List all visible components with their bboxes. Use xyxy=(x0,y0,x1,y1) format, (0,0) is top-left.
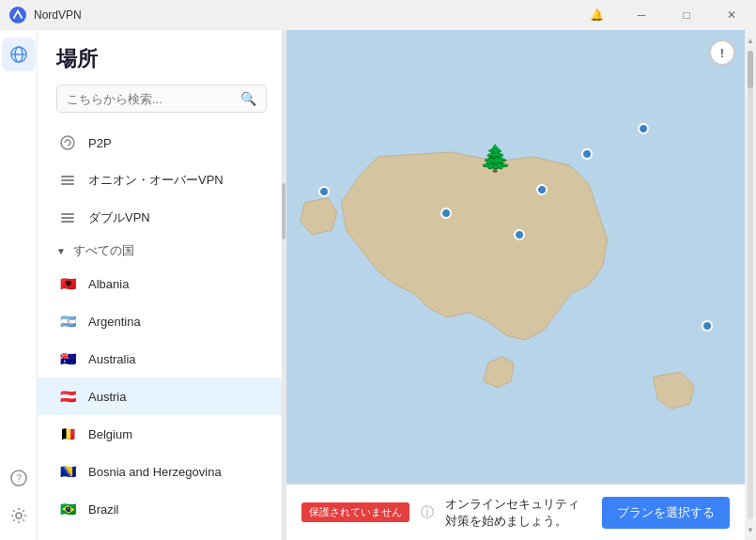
list-item-onion[interactable]: オニオン・オーバーVPN xyxy=(38,162,285,199)
list-item-bosnia[interactable]: 🇧🇦 Bosnia and Herzegovina xyxy=(38,453,285,490)
map-pin-4[interactable] xyxy=(440,208,452,219)
scroll-track-vertical xyxy=(748,51,753,519)
status-badge: 保護されていません xyxy=(301,502,409,522)
maximize-button[interactable]: □ xyxy=(671,0,702,30)
map-pin-7[interactable] xyxy=(702,320,713,332)
map-pin-2[interactable] xyxy=(638,123,649,134)
bosnia-flag: 🇧🇦 xyxy=(56,460,79,483)
austria-label: Austria xyxy=(88,390,126,404)
bosnia-label: Bosnia and Herzegovina xyxy=(88,465,222,479)
minimize-button[interactable]: ─ xyxy=(626,0,656,30)
svg-rect-9 xyxy=(61,179,74,181)
svg-rect-8 xyxy=(61,176,74,177)
scroll-down-button[interactable]: ▼ xyxy=(745,523,756,536)
albania-label: Albania xyxy=(88,277,129,291)
close-button[interactable]: ✕ xyxy=(717,0,747,30)
list-item-p2p[interactable]: P2P xyxy=(38,124,285,162)
map-pin-6[interactable] xyxy=(514,229,525,240)
nav-sidebar: ? xyxy=(0,30,38,540)
list-item-doublevpn[interactable]: ダブルVPN xyxy=(38,199,285,237)
section-header-label: すべての国 xyxy=(73,242,134,259)
search-input[interactable] xyxy=(67,92,240,106)
scroll-thumb-vertical[interactable] xyxy=(748,51,753,88)
onion-label: オニオン・オーバーVPN xyxy=(88,172,224,189)
info-icon[interactable]: ⓘ xyxy=(421,504,434,521)
title-bar: NordVPN 🔔 ─ □ ✕ xyxy=(0,0,756,30)
svg-rect-10 xyxy=(61,183,74,185)
scroll-track xyxy=(282,30,285,540)
nordvpn-logo xyxy=(9,7,26,23)
nav-globe-icon[interactable] xyxy=(2,38,36,71)
map-area[interactable]: 🌲 ! 保護されていません ⓘ オンラインセキュリティ対策を始めましょう。 プラ… xyxy=(286,30,745,540)
belgium-flag: 🇧🇪 xyxy=(56,423,79,445)
bottom-message: オンラインセキュリティ対策を始めましょう。 xyxy=(445,496,591,530)
panel-title: 場所 xyxy=(56,45,267,73)
scroll-up-button[interactable]: ▲ xyxy=(745,34,756,47)
svg-rect-12 xyxy=(61,217,74,219)
doublevpn-icon xyxy=(56,207,79,229)
belgium-label: Belgium xyxy=(88,427,132,441)
list-item-albania[interactable]: 🇦🇱 Albania xyxy=(38,265,285,302)
main-content: ? 場所 🔍 xyxy=(0,30,756,540)
right-scrollbar: ▲ ▼ xyxy=(745,30,756,540)
p2p-label: P2P xyxy=(88,136,112,150)
doublevpn-label: ダブルVPN xyxy=(88,209,150,226)
notification-bell[interactable]: 🔔 xyxy=(581,0,611,30)
map-tree-icon: 🌲 xyxy=(479,143,512,174)
list-item-australia[interactable]: 🇦🇺 Australia xyxy=(38,340,285,378)
nav-help-icon[interactable]: ? xyxy=(2,461,36,495)
list-item-brazil[interactable]: 🇧🇷 Brazil xyxy=(38,490,285,528)
search-icon: 🔍 xyxy=(240,91,256,106)
svg-point-6 xyxy=(16,513,22,518)
map-pin-5[interactable] xyxy=(536,184,548,195)
austria-flag: 🇦🇹 xyxy=(56,385,79,408)
title-bar-controls-area: 🔔 ─ □ ✕ xyxy=(581,0,747,30)
nav-settings-icon[interactable] xyxy=(2,499,36,532)
svg-point-7 xyxy=(61,136,74,149)
list-item-bulgaria[interactable]: 🇧🇬 Bulgaria xyxy=(38,528,285,540)
list-item-austria[interactable]: 🇦🇹 Austria xyxy=(38,378,285,415)
search-box[interactable]: 🔍 xyxy=(56,85,267,113)
left-panel-header: 場所 🔍 xyxy=(38,30,285,120)
chevron-icon: ▼ xyxy=(56,246,66,256)
list-item-belgium[interactable]: 🇧🇪 Belgium xyxy=(38,415,285,453)
p2p-icon xyxy=(56,131,79,154)
list-item-argentina[interactable]: 🇦🇷 Argentina xyxy=(38,302,285,340)
argentina-label: Argentina xyxy=(88,315,141,329)
brazil-label: Brazil xyxy=(88,502,119,517)
all-countries-header[interactable]: ▼ すべての国 xyxy=(38,237,285,265)
australia-label: Australia xyxy=(88,352,136,366)
scroll-thumb[interactable] xyxy=(282,183,285,239)
world-map-svg xyxy=(286,30,745,540)
map-pin-1[interactable] xyxy=(318,186,330,197)
bulgaria-flag: 🇧🇬 xyxy=(56,535,79,540)
albania-flag: 🇦🇱 xyxy=(56,272,79,295)
bottom-status-bar: 保護されていません ⓘ オンラインセキュリティ対策を始めましょう。 プランを選択… xyxy=(286,484,745,540)
left-panel: 場所 🔍 P2P xyxy=(38,30,286,540)
svg-rect-11 xyxy=(61,213,74,215)
title-bar-left: NordVPN xyxy=(9,7,82,23)
map-pin-3[interactable] xyxy=(581,148,593,160)
onion-icon xyxy=(56,169,79,192)
brazil-flag: 🇧🇷 xyxy=(56,498,79,520)
location-list: P2P オニオン・オーバーVPN xyxy=(38,120,285,540)
svg-text:?: ? xyxy=(16,473,22,484)
app-title: NordVPN xyxy=(34,8,82,22)
australia-flag: 🇦🇺 xyxy=(56,347,79,370)
svg-rect-13 xyxy=(61,221,74,223)
plan-button[interactable]: プランを選択する xyxy=(602,497,730,529)
info-button[interactable]: ! xyxy=(709,39,735,66)
argentina-flag: 🇦🇷 xyxy=(56,310,79,332)
